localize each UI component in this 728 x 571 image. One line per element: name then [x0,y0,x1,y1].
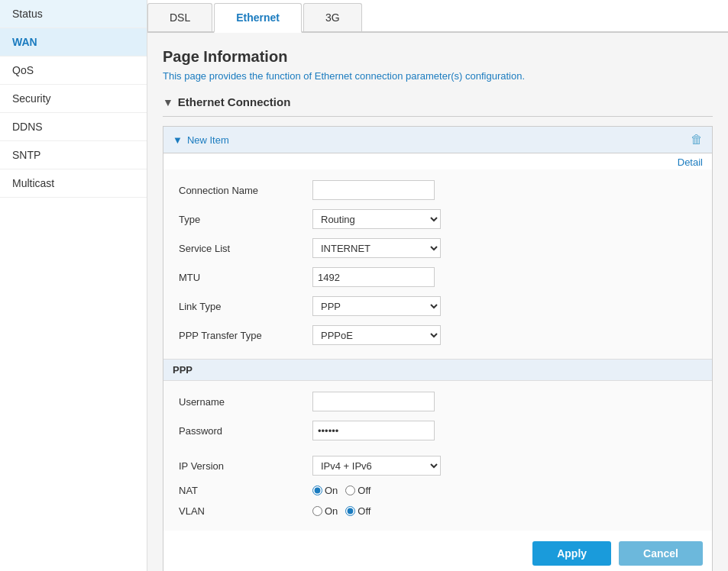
ppp-section-header: PPP [163,359,712,381]
section-header: ▼ Ethernet Connection [163,95,713,108]
service-list-row: Service List INTERNET TR069 VOIP [179,234,703,263]
form-body: Connection Name Type Routing Bridge Serv… [163,169,712,359]
mtu-label: MTU [179,272,312,283]
nat-on-label: On [325,485,338,496]
vlan-off-label: Off [358,505,370,517]
connection-panel: ▼ New Item 🗑 Detail Connection Name Type [163,126,713,571]
ppp-transfer-type-row: PPP Transfer Type PPPoE PPPoA [179,321,703,350]
username-label: Username [179,396,312,408]
ip-version-select[interactable]: IPv4 + IPv6 IPv4 IPv6 [312,456,441,476]
tab-ethernet[interactable]: Ethernet [214,3,302,33]
buttons-row: Apply Cancel [163,531,712,571]
password-input[interactable] [312,421,435,440]
tabs: DSL Ethernet 3G [147,0,728,33]
sidebar-item-wan[interactable]: WAN [0,28,147,56]
nat-on-option[interactable]: On [312,485,338,496]
nat-radio-group: On Off [312,485,370,496]
sidebar-item-security[interactable]: Security [0,85,147,113]
ppp-form-body: Username Password IP Version IPv4 + IPv6… [163,381,712,531]
panel-title: New Item [187,134,229,146]
page-title: Page Information [163,48,713,66]
divider [163,116,713,117]
nat-off-option[interactable]: Off [345,485,370,496]
vlan-off-option[interactable]: Off [345,505,370,517]
sidebar-item-qos[interactable]: QoS [0,56,147,85]
vlan-on-radio[interactable] [312,506,322,516]
vlan-row: VLAN On Off [179,501,703,521]
connection-name-input[interactable] [312,180,435,200]
mtu-row: MTU [179,263,703,292]
sidebar-item-ddns[interactable]: DDNS [0,113,147,141]
nat-row: NAT On Off [179,480,703,501]
panel-header-left: ▼ New Item [173,134,229,146]
vlan-on-label: On [325,505,338,517]
main-content: DSL Ethernet 3G Page Information This pa… [147,0,728,571]
service-list-label: Service List [179,243,312,254]
cancel-button[interactable]: Cancel [619,541,703,566]
vlan-radio-group: On Off [312,505,370,517]
link-type-select[interactable]: PPP IPoE [312,296,441,316]
username-row: Username [179,387,703,416]
sidebar-item-multicast[interactable]: Multicast [0,169,147,198]
delete-icon[interactable]: 🗑 [691,133,703,147]
tab-3g[interactable]: 3G [303,3,362,31]
vlan-off-radio[interactable] [345,506,355,516]
sidebar-item-sntp[interactable]: SNTP [0,141,147,169]
detail-row: Detail [163,153,712,169]
nat-on-radio[interactable] [312,486,322,495]
nat-off-label: Off [358,485,370,496]
nat-label: NAT [179,485,312,496]
type-row: Type Routing Bridge [179,205,703,234]
panel-arrow-icon: ▼ [173,134,183,146]
nat-off-radio[interactable] [345,486,355,495]
vlan-label: VLAN [179,505,312,517]
section-arrow-icon: ▼ [163,96,173,108]
link-type-label: Link Type [179,301,312,312]
sidebar-item-status[interactable]: Status [0,0,147,28]
connection-name-label: Connection Name [179,185,312,196]
type-select[interactable]: Routing Bridge [312,209,441,229]
panel-header: ▼ New Item 🗑 [163,127,712,153]
ppp-transfer-type-select[interactable]: PPPoE PPPoA [312,325,441,345]
mtu-input[interactable] [312,267,435,287]
apply-button[interactable]: Apply [532,541,611,566]
username-input[interactable] [312,392,435,411]
page-description: This page provides the function of Ether… [163,70,713,82]
vlan-on-option[interactable]: On [312,505,338,517]
link-type-row: Link Type PPP IPoE [179,292,703,321]
tab-dsl[interactable]: DSL [147,3,212,31]
connection-name-row: Connection Name [179,176,703,205]
sidebar: Status WAN QoS Security DDNS SNTP Multic… [0,0,147,571]
password-label: Password [179,425,312,437]
service-list-select[interactable]: INTERNET TR069 VOIP [312,238,441,258]
detail-link[interactable]: Detail [678,156,703,168]
password-row: Password [179,416,703,445]
section-title: Ethernet Connection [178,95,291,108]
ip-version-row: IP Version IPv4 + IPv6 IPv4 IPv6 [179,451,703,480]
type-label: Type [179,214,312,225]
content-area: Page Information This page provides the … [147,33,728,571]
ip-version-label: IP Version [179,460,312,472]
ppp-transfer-type-label: PPP Transfer Type [179,330,312,341]
